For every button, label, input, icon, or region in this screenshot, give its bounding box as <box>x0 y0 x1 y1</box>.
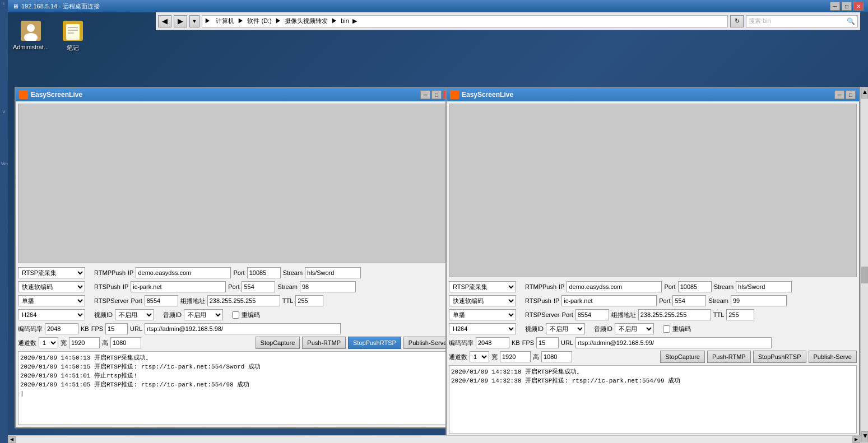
ctrl-row-6-left: 通道数 1 宽 高 StopCapture Push-RTMP StopPush… <box>18 337 454 349</box>
width-input-left[interactable] <box>69 337 100 348</box>
esl-restore-left[interactable]: □ <box>431 90 442 99</box>
scrollbar-thumb[interactable] <box>861 267 868 283</box>
reencode-checkbox-left[interactable] <box>232 311 239 319</box>
rtmp-push-label-left: RTMPPush <box>94 269 126 276</box>
esl-log-left: 2020/01/09 14:50:13 开启RTSP采集成功。 2020/01/… <box>18 351 454 425</box>
codec-select-left[interactable]: H264 <box>18 309 85 320</box>
audio-id-label-left: 音频ID <box>163 311 182 319</box>
rtsp-collect-select-left[interactable]: RTSP流采集 <box>18 267 85 278</box>
scroll-left-btn[interactable]: ◀ <box>8 436 16 443</box>
log-line-1-right: 2020/01/09 14:32:18 开启RTSP采集成功。 <box>451 367 855 376</box>
explorer-search-placeholder: 搜索 bin <box>749 17 771 25</box>
rtsp-push-ip-input-left[interactable] <box>131 281 226 292</box>
channel-select-right[interactable]: 1 <box>470 351 489 362</box>
ctrl-row-2-left: 快速软编码 RTSPush IP Port Stream <box>18 281 454 293</box>
esl-controls-left: RTSP流采集 RTMPPush IP Port Stream 快速软编码 RT… <box>16 265 456 350</box>
height-input-left[interactable] <box>110 337 141 348</box>
audio-id-select-left[interactable]: 不启用 <box>184 309 223 320</box>
reencode-checkbox-right[interactable] <box>663 325 670 333</box>
rtmp-ip-input-left[interactable] <box>136 267 231 278</box>
rdp-title-icon: 🖥 <box>12 3 18 10</box>
rtsp-server-port-input-left[interactable] <box>145 295 178 306</box>
rtmp-ip-input-right[interactable] <box>567 281 662 292</box>
rtsp-server-port-input-right[interactable] <box>575 309 609 320</box>
publish-server-btn-right[interactable]: Publish-Serve <box>809 351 857 363</box>
rtsp-collect-select-right[interactable]: RTSP流采集 <box>449 281 516 292</box>
rtmp-stream-input-left[interactable] <box>305 267 361 278</box>
url-label-left: URL <box>130 325 142 332</box>
explorer-down-btn[interactable]: ▼ <box>189 15 199 27</box>
channel-label-left: 通道数 <box>18 339 36 347</box>
rtsp-server-port-label-right: Port <box>562 311 573 318</box>
esl-restore-right[interactable]: □ <box>846 90 856 99</box>
stop-capture-btn-left[interactable]: StopCapture <box>256 337 300 349</box>
push-rtmp-btn-left[interactable]: Push-RTMP <box>302 337 346 349</box>
esl-minimize-left[interactable]: ─ <box>420 90 430 99</box>
scrollbar-down-btn[interactable]: ▼ <box>861 431 868 442</box>
mode-select-left[interactable]: 单播 <box>18 295 85 306</box>
explorer-refresh-btn[interactable]: ↻ <box>730 15 744 27</box>
scroll-right-btn[interactable]: ▶ <box>852 436 860 443</box>
rtsp-push-ip-input-right[interactable] <box>561 295 657 306</box>
encoder-select-left[interactable]: 快速软编码 <box>18 281 85 292</box>
left-sidebar: i V Wo <box>0 0 8 443</box>
channel-controls-right: 通道数 1 宽 高 <box>449 351 572 362</box>
rtmp-port-input-right[interactable] <box>678 281 712 292</box>
rdp-maximize-btn[interactable]: □ <box>842 2 852 11</box>
ctrl-row-2-right: 快速软编码 RTSPush IP Port Stream <box>449 295 857 307</box>
rdp-close-btn[interactable]: ✕ <box>853 2 864 11</box>
ttl-input-right[interactable] <box>726 309 754 320</box>
url-input-left[interactable] <box>145 323 341 334</box>
explorer-path-bar[interactable]: ▶ 计算机 ▶ 软件 (D:) ▶ 摄像头视频转发 ▶ bin ▶ <box>202 15 728 27</box>
stop-capture-btn-right[interactable]: StopCapture <box>660 351 705 363</box>
mode-select-right[interactable]: 单播 <box>449 309 516 320</box>
bitrate-input-left[interactable] <box>45 323 78 334</box>
esl-title-text-right: EasyScreenLive <box>462 91 513 99</box>
url-input-right[interactable] <box>575 337 772 348</box>
rtsp-push-stream-label-left: Stream <box>277 283 297 290</box>
group-addr-input-right[interactable] <box>638 309 711 320</box>
stop-push-rtsp-btn-left[interactable]: StopPushRTSP <box>348 337 401 349</box>
esl-preview-right <box>449 104 857 277</box>
explorer-search-bar[interactable]: 搜索 bin 🔍 <box>746 15 858 27</box>
rtmp-stream-input-right[interactable] <box>736 281 792 292</box>
fps-input-left[interactable] <box>105 323 128 334</box>
codec-select-right[interactable]: H264 <box>449 323 516 334</box>
url-label-right: URL <box>561 339 573 346</box>
esl-window-right: EasyScreenLive ─ □ RTSP流采集 RTMPPush IP P… <box>445 87 860 437</box>
rtsp-push-port-input-left[interactable] <box>242 281 275 292</box>
rtsp-push-stream-input-left[interactable] <box>300 281 356 292</box>
rdp-minimize-btn[interactable]: ─ <box>830 2 840 11</box>
rtsp-push-port-input-right[interactable] <box>672 295 706 306</box>
width-label-left: 宽 <box>61 339 67 347</box>
esl-log-right: 2020/01/09 14:32:18 开启RTSP采集成功。 2020/01/… <box>449 365 857 433</box>
rtmp-ip-label-left: IP <box>128 269 133 276</box>
esl-title-icon-right <box>450 90 459 99</box>
video-id-select-right[interactable]: 不启用 <box>546 323 585 334</box>
esl-minimize-right[interactable]: ─ <box>834 90 844 99</box>
explorer-back-btn[interactable]: ◀ <box>158 15 171 27</box>
ttl-input-left[interactable] <box>295 295 323 306</box>
explorer-forward-btn[interactable]: ▶ <box>174 15 187 27</box>
fps-input-right[interactable] <box>536 337 559 348</box>
scrollbar-up-btn[interactable]: ▲ <box>861 87 868 99</box>
bottom-scrollbar[interactable]: ◀ ▶ <box>8 435 860 443</box>
group-addr-input-left[interactable] <box>207 295 280 306</box>
rtsp-push-stream-input-right[interactable] <box>731 295 787 306</box>
video-id-select-left[interactable]: 不启用 <box>115 309 154 320</box>
push-rtmp-btn-right[interactable]: Push-RTMP <box>707 351 751 363</box>
encoder-select-right[interactable]: 快速软编码 <box>449 295 516 306</box>
desktop-icon-admin[interactable]: Administrat... <box>11 20 50 50</box>
width-input-right[interactable] <box>500 351 531 362</box>
right-scrollbar[interactable]: ▲ ▼ <box>860 87 868 443</box>
rtmp-port-input-left[interactable] <box>247 267 281 278</box>
channel-select-left[interactable]: 1 <box>39 337 58 348</box>
bitrate-input-right[interactable] <box>476 337 509 348</box>
ttl-label-left: TTL <box>282 297 294 304</box>
stop-push-rtsp-btn-right[interactable]: StopPushRTSP <box>753 351 806 363</box>
height-input-right[interactable] <box>541 351 572 362</box>
desktop-icon-notes[interactable]: 笔记 <box>53 20 92 52</box>
ctrl-row-6-right: 通道数 1 宽 高 StopCapture Push-RTMP StopPush… <box>449 351 857 363</box>
audio-id-select-right[interactable]: 不启用 <box>615 323 654 334</box>
video-id-label-left: 视频ID <box>94 311 113 319</box>
